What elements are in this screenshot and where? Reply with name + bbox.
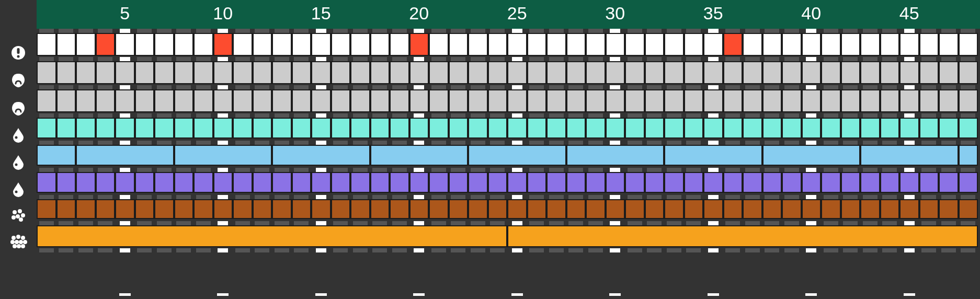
clip[interactable] [664, 61, 684, 84]
clip[interactable] [606, 118, 625, 139]
clip[interactable] [880, 61, 900, 84]
clip[interactable] [311, 172, 331, 193]
clip[interactable] [723, 118, 743, 139]
clip[interactable] [664, 172, 684, 193]
clip[interactable] [645, 199, 665, 219]
clip[interactable] [782, 199, 802, 219]
clip[interactable] [527, 172, 547, 193]
clip[interactable] [272, 61, 292, 84]
clip[interactable] [193, 118, 213, 139]
clip[interactable] [625, 118, 645, 139]
clip[interactable] [625, 172, 645, 193]
clip[interactable] [292, 199, 312, 219]
clip[interactable] [880, 118, 900, 139]
clip[interactable] [135, 33, 155, 56]
clip[interactable] [527, 61, 547, 84]
clip[interactable] [253, 61, 272, 84]
clip[interactable] [292, 89, 312, 112]
clip[interactable] [390, 118, 409, 139]
clip[interactable] [762, 61, 782, 84]
clip[interactable] [546, 89, 566, 112]
clip[interactable] [76, 172, 96, 193]
clip[interactable] [174, 33, 194, 56]
clip[interactable] [684, 33, 704, 56]
clip[interactable] [664, 118, 684, 139]
clip[interactable] [566, 61, 586, 84]
clip[interactable] [429, 33, 449, 56]
clip[interactable] [350, 118, 370, 139]
clip[interactable] [566, 172, 586, 193]
clip[interactable] [860, 33, 880, 56]
clip[interactable] [370, 33, 390, 56]
clip[interactable] [409, 199, 429, 219]
clip[interactable] [468, 172, 488, 193]
clip[interactable] [899, 89, 919, 112]
clip[interactable] [253, 199, 272, 219]
clip[interactable] [56, 33, 76, 56]
clip[interactable] [743, 172, 762, 193]
clip[interactable] [880, 33, 900, 56]
clip[interactable] [860, 199, 880, 219]
clip[interactable] [449, 89, 469, 112]
clip[interactable] [841, 199, 861, 219]
clip[interactable] [37, 33, 56, 56]
clip[interactable] [468, 33, 488, 56]
clip[interactable] [762, 145, 861, 166]
clip[interactable] [841, 118, 861, 139]
clip[interactable] [703, 89, 723, 112]
clip[interactable] [507, 61, 527, 84]
clip[interactable] [566, 199, 586, 219]
clip[interactable] [449, 118, 469, 139]
clip[interactable] [96, 33, 116, 56]
clip[interactable] [703, 33, 723, 56]
clip[interactable] [566, 145, 665, 166]
clip[interactable] [762, 89, 782, 112]
clip[interactable] [743, 33, 762, 56]
clip[interactable] [546, 118, 566, 139]
clip[interactable] [507, 199, 527, 219]
clip[interactable] [331, 199, 351, 219]
clip[interactable] [606, 89, 625, 112]
clip[interactable] [899, 33, 919, 56]
clip[interactable] [193, 199, 213, 219]
clip[interactable] [762, 199, 782, 219]
clip[interactable] [272, 89, 292, 112]
clip[interactable] [96, 89, 116, 112]
clip[interactable] [802, 89, 822, 112]
clip[interactable] [37, 172, 56, 193]
clip[interactable] [959, 89, 978, 112]
clip[interactable] [331, 118, 351, 139]
clip[interactable] [449, 33, 469, 56]
clip[interactable] [292, 33, 312, 56]
clip[interactable] [821, 118, 841, 139]
clip[interactable] [507, 225, 978, 247]
clip[interactable] [802, 118, 822, 139]
clip[interactable] [272, 172, 292, 193]
clip[interactable] [488, 33, 508, 56]
clip[interactable] [174, 118, 194, 139]
clip[interactable] [370, 199, 390, 219]
clip[interactable] [56, 61, 76, 84]
clip[interactable] [625, 199, 645, 219]
clip[interactable] [899, 199, 919, 219]
clip[interactable] [546, 33, 566, 56]
clip[interactable] [390, 172, 409, 193]
clip[interactable] [468, 118, 488, 139]
clip[interactable] [272, 199, 292, 219]
clip[interactable] [37, 225, 507, 247]
clip[interactable] [37, 145, 76, 166]
clip[interactable] [762, 33, 782, 56]
clip[interactable] [115, 172, 135, 193]
clip[interactable] [625, 61, 645, 84]
clip[interactable] [586, 118, 606, 139]
clip[interactable] [527, 89, 547, 112]
clip[interactable] [350, 199, 370, 219]
clip[interactable] [606, 33, 625, 56]
clip[interactable] [586, 61, 606, 84]
clip[interactable] [645, 89, 665, 112]
clip[interactable] [703, 61, 723, 84]
clip[interactable] [743, 89, 762, 112]
clip[interactable] [96, 118, 116, 139]
clip[interactable] [174, 172, 194, 193]
clip[interactable] [429, 89, 449, 112]
